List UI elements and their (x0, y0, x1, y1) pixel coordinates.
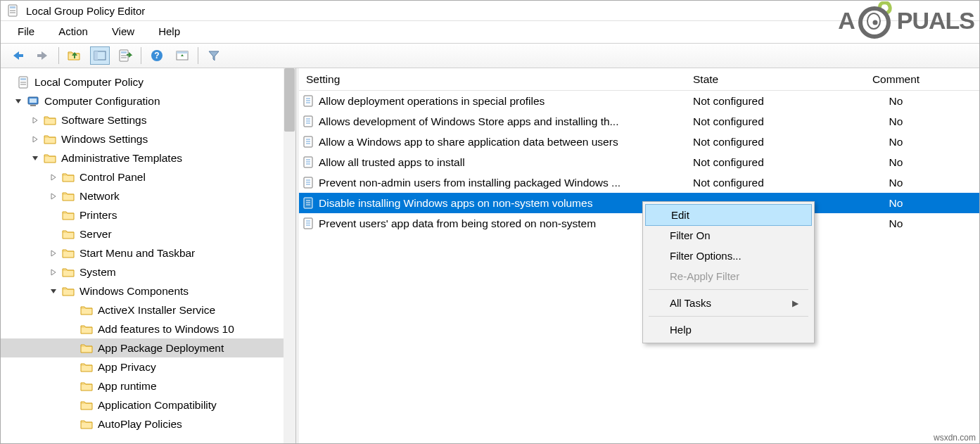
main-split: Local Computer PolicyComputer Configurat… (1, 68, 979, 443)
folder-icon (79, 360, 95, 375)
filter-button[interactable] (204, 46, 224, 65)
tree-item[interactable]: App Package Deployment (1, 338, 284, 357)
settings-row[interactable]: Prevent users' app data from being store… (299, 213, 979, 234)
tree-item[interactable]: App runtime (1, 376, 284, 395)
context-menu-label: Filter Options... (670, 250, 742, 262)
policy-icon (302, 95, 314, 108)
tree-item[interactable]: Administrative Templates (1, 148, 284, 167)
list-pane: Setting State Comment Allow deployment o… (296, 68, 979, 443)
tree-item[interactable]: Control Panel (1, 167, 284, 186)
tree-item-label: ActiveX Installer Service (98, 304, 215, 317)
folder-icon (43, 113, 58, 128)
help-button[interactable]: ? (147, 46, 167, 65)
setting-state: Not configured (672, 177, 813, 189)
tree-item[interactable]: Start Menu and Taskbar (1, 243, 284, 262)
svg-text:?: ? (154, 51, 159, 61)
tree-item[interactable]: System (1, 262, 284, 281)
context-menu-item[interactable]: All Tasks▶ (644, 293, 813, 313)
tree-item-label: Control Panel (79, 171, 146, 184)
window-title: Local Group Policy Editor (26, 5, 145, 17)
forward-button[interactable] (33, 46, 53, 65)
menu-divider (649, 316, 808, 317)
settings-row[interactable]: Allows development of Windows Store apps… (299, 111, 979, 132)
settings-row[interactable]: Prevent non-admin users from installing … (299, 172, 979, 193)
folder-icon (79, 379, 95, 394)
tree-item[interactable]: Windows Settings (1, 129, 284, 148)
setting-comment: No (813, 115, 979, 128)
tree-item-label: Windows Components (79, 285, 189, 298)
context-menu-item[interactable]: Filter On (644, 225, 813, 246)
settings-row[interactable]: Allow all trusted apps to installNot con… (299, 152, 979, 172)
folder-icon (61, 284, 77, 299)
tree-item-label: Add features to Windows 10 (98, 323, 234, 336)
tree-item-label: Printers (79, 209, 117, 222)
setting-name: Allow all trusted apps to install (319, 156, 465, 169)
tree-item[interactable]: Printers (1, 205, 284, 224)
tree-item[interactable]: Local Computer Policy (1, 72, 284, 91)
expander-closed-icon[interactable] (32, 136, 43, 143)
settings-list[interactable]: Allow deployment operations in special p… (299, 91, 979, 234)
policy-tree[interactable]: Local Computer PolicyComputer Configurat… (1, 68, 284, 443)
tree-item[interactable]: Windows Components (1, 281, 284, 300)
tree-item[interactable]: Add features to Windows 10 (1, 319, 284, 338)
expander-closed-icon[interactable] (50, 174, 61, 181)
properties-button[interactable] (172, 46, 192, 65)
context-menu-label: Edit (671, 209, 689, 221)
tree-item-label: Administrative Templates (61, 152, 182, 165)
column-setting[interactable]: Setting (299, 73, 672, 86)
settings-row[interactable]: Disable installing Windows apps on non-s… (299, 193, 979, 213)
svg-rect-22 (177, 51, 188, 53)
back-button[interactable] (8, 46, 27, 65)
policy-icon (302, 136, 314, 148)
menu-action[interactable]: Action (56, 24, 91, 39)
export-button[interactable] (115, 46, 135, 65)
folder-icon (61, 246, 77, 261)
expander-open-icon[interactable] (50, 288, 61, 295)
settings-row[interactable]: Allow a Windows app to share application… (299, 132, 979, 152)
tree-scrollbar[interactable] (284, 68, 295, 443)
context-menu-item[interactable]: Edit (645, 204, 812, 226)
tree-item[interactable]: Software Settings (1, 110, 284, 129)
tree-item[interactable]: Computer Configuration (1, 91, 284, 110)
menu-help[interactable]: Help (155, 24, 183, 39)
tree-item[interactable]: AutoPlay Policies (1, 414, 284, 433)
expander-closed-icon[interactable] (50, 193, 61, 200)
scroll-thumb[interactable] (284, 68, 295, 132)
setting-name: Allows development of Windows Store apps… (319, 115, 618, 128)
menu-view[interactable]: View (109, 24, 137, 39)
tree-item[interactable]: Application Compatibility (1, 395, 284, 414)
title-bar: Local Group Policy Editor (1, 1, 979, 21)
folder-icon (61, 227, 77, 242)
tree-item-label: App Privacy (98, 361, 156, 374)
show-hide-tree-button[interactable] (90, 46, 110, 65)
tree-item[interactable]: Server (1, 224, 284, 243)
tree-item-label: App runtime (98, 380, 157, 393)
tree-item-label: Server (79, 228, 112, 241)
context-menu-item[interactable]: Filter Options... (644, 246, 813, 266)
setting-state: Not configured (672, 156, 813, 169)
tree-item-label: Application Compatibility (98, 399, 217, 412)
tree-item-label: Start Menu and Taskbar (79, 247, 195, 260)
tree-item-label: AutoPlay Policies (98, 418, 182, 431)
folder-icon (61, 189, 77, 204)
column-state[interactable]: State (672, 73, 813, 86)
context-menu-label: Filter On (670, 229, 711, 241)
policy-icon (302, 217, 314, 230)
expander-open-icon[interactable] (15, 98, 26, 105)
expander-closed-icon[interactable] (50, 269, 61, 276)
context-menu-item[interactable]: Help (644, 319, 813, 340)
menu-file[interactable]: File (15, 24, 37, 39)
tree-item[interactable]: Network (1, 186, 284, 205)
settings-row[interactable]: Allow deployment operations in special p… (299, 91, 979, 111)
toolbar-separator (198, 47, 198, 64)
expander-open-icon[interactable] (32, 155, 43, 162)
folder-icon (61, 208, 77, 223)
expander-closed-icon[interactable] (32, 117, 43, 124)
expander-closed-icon[interactable] (50, 250, 61, 257)
tree-item-label: Windows Settings (61, 133, 148, 146)
tree-item[interactable]: ActiveX Installer Service (1, 300, 284, 319)
submenu-arrow-icon: ▶ (792, 298, 798, 308)
column-comment[interactable]: Comment (813, 73, 979, 86)
up-folder-button[interactable] (65, 46, 84, 65)
tree-item[interactable]: App Privacy (1, 357, 284, 376)
